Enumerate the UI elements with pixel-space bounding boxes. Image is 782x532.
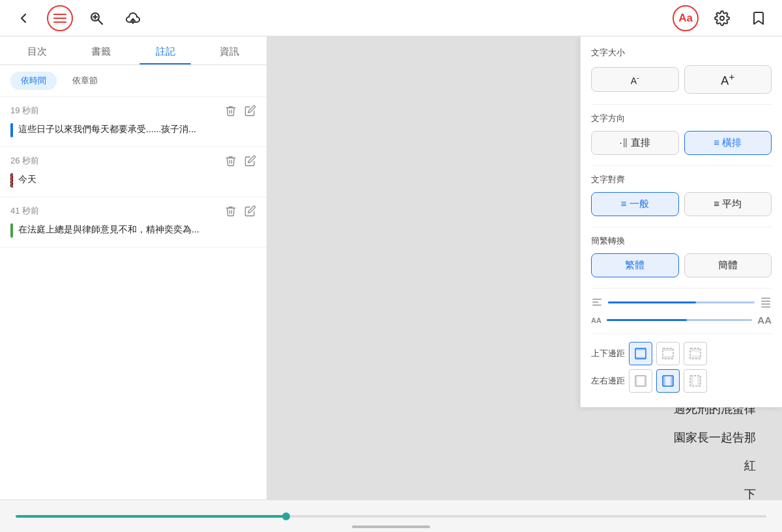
edit-icon[interactable]	[244, 155, 256, 167]
annotation-actions	[225, 155, 256, 167]
annotation-list: 19 秒前 這些日子以來我們每天都要承受......孩子消	[0, 97, 267, 499]
line-spacing-slider[interactable]	[608, 301, 755, 303]
convert-title: 簡繁轉換	[591, 235, 772, 247]
svg-rect-30	[671, 376, 673, 386]
font-settings-button[interactable]: Aa	[673, 5, 699, 31]
horizontal-margin-medium[interactable]	[656, 369, 680, 393]
sidebar: 目次 書籤 註記 資訊 依時間 依章節 19 秒前	[0, 36, 267, 499]
font-increase-button[interactable]: A+	[684, 65, 772, 94]
font-size-slider[interactable]	[607, 319, 752, 321]
vertical-margin-label: 上下邊距	[591, 348, 625, 359]
divider	[591, 227, 772, 227]
direction-horizontal-button[interactable]: ≡ 橫排	[684, 131, 772, 155]
font-size-min-icon: AA	[591, 316, 601, 324]
annotation-meta: 19 秒前	[10, 105, 256, 117]
direction-vertical-button[interactable]: ·‖ 直排	[591, 131, 679, 155]
font-size-title: 文字大小	[591, 47, 772, 59]
line-spacing-max-icon	[760, 296, 772, 308]
convert-row: 繁體 簡體	[591, 253, 772, 277]
annotation-bar	[10, 223, 13, 238]
annotation-time: 19 秒前	[10, 105, 39, 117]
progress-thumb[interactable]	[282, 512, 290, 520]
back-button[interactable]	[10, 5, 36, 31]
direction-section: 文字方向 ·‖ 直排 ≡ 橫排	[591, 113, 772, 155]
book-line: 園家長一起告那	[293, 425, 756, 451]
topbar-left	[10, 5, 146, 31]
annotation-content: 這些日子以來我們每天都要承受......孩子消...	[10, 122, 256, 137]
vertical-margin-small[interactable]	[629, 342, 652, 365]
bottombar	[0, 499, 782, 532]
line-spacing-row	[591, 296, 772, 308]
list-icon-button[interactable]	[47, 5, 73, 31]
annotation-time: 26 秒前	[10, 155, 39, 167]
divider	[591, 165, 772, 166]
svg-rect-20	[663, 348, 673, 351]
svg-rect-21	[663, 356, 673, 359]
tab-toc[interactable]: 目次	[5, 36, 69, 64]
align-normal-button[interactable]: ≡ 一般	[591, 192, 679, 216]
tab-info[interactable]: 資訊	[197, 36, 261, 64]
annotation-item: 41 秒前 在法庭上總是與律師意見不和，精神奕奕為...	[0, 197, 267, 247]
annotation-meta: 41 秒前	[10, 205, 256, 217]
annotation-time: 41 秒前	[10, 205, 39, 217]
align-title: 文字對齊	[591, 174, 772, 186]
edit-icon[interactable]	[244, 105, 256, 117]
font-size-row: A- A+	[591, 65, 772, 94]
filter-by-chapter[interactable]: 依章節	[62, 72, 108, 90]
direction-row: ·‖ 直排 ≡ 橫排	[591, 131, 772, 155]
font-size-slider-row: AA AA	[591, 315, 772, 326]
font-size-max-icon: AA	[757, 315, 772, 326]
bookmark-button[interactable]	[746, 5, 772, 31]
line-spacing-min-icon	[591, 296, 603, 308]
svg-rect-23	[690, 348, 701, 352]
vertical-margin-large[interactable]	[684, 342, 707, 365]
horizontal-margin-large[interactable]	[684, 369, 707, 393]
font-size-section: 文字大小 A- A+	[591, 47, 772, 94]
convert-simplified-button[interactable]: 簡體	[684, 253, 772, 277]
svg-rect-32	[690, 376, 693, 386]
annotation-text: 在法庭上總是與律師意見不和，精神奕奕為...	[18, 222, 199, 236]
annotation-content: 在法庭上總是與律師意見不和，精神奕奕為...	[10, 222, 256, 238]
delete-icon[interactable]	[225, 155, 237, 167]
align-even-button[interactable]: ≡ 平均	[684, 192, 772, 216]
horizontal-margin-row: 左右邊距	[591, 369, 772, 393]
align-row: ≡ 一般 ≡ 平均	[591, 192, 772, 216]
font-icon: Aa	[678, 12, 693, 25]
svg-rect-29	[663, 376, 665, 386]
delete-icon[interactable]	[225, 205, 237, 217]
vertical-margin-row: 上下邊距	[591, 342, 772, 365]
filter-by-time[interactable]: 依時間	[10, 72, 57, 90]
book-line: 下	[293, 482, 756, 499]
svg-rect-18	[635, 357, 646, 359]
svg-line-4	[98, 20, 102, 24]
progress-fill	[16, 515, 286, 518]
cloud-button[interactable]	[120, 5, 146, 31]
topbar: Aa	[0, 0, 782, 36]
direction-title: 文字方向	[591, 113, 772, 124]
annotation-actions	[225, 105, 256, 117]
font-decrease-button[interactable]: A-	[591, 67, 679, 92]
svg-rect-27	[644, 376, 646, 386]
vertical-margin-medium[interactable]	[656, 342, 680, 365]
horizontal-margin-small[interactable]	[629, 369, 652, 393]
search-button[interactable]	[83, 5, 109, 31]
tab-bookmarks[interactable]: 書籤	[69, 36, 133, 64]
annotation-text: 今天	[18, 172, 36, 186]
annotation-bar	[10, 123, 13, 137]
annotation-text: 這些日子以來我們每天都要承受......孩子消...	[18, 122, 196, 136]
svg-point-8	[720, 16, 724, 20]
edit-icon[interactable]	[244, 205, 256, 217]
topbar-right: Aa	[673, 5, 772, 31]
annotation-actions	[225, 205, 256, 217]
progress-track[interactable]	[16, 515, 766, 518]
svg-rect-24	[690, 356, 701, 359]
tab-notes[interactable]: 註記	[134, 36, 197, 64]
book-line: 紅	[293, 453, 756, 479]
divider	[591, 104, 772, 105]
delete-icon[interactable]	[225, 105, 237, 117]
svg-rect-33	[697, 376, 701, 386]
gear-button[interactable]	[709, 5, 735, 31]
annotation-bar	[10, 173, 13, 188]
convert-traditional-button[interactable]: 繁體	[591, 253, 679, 277]
divider	[591, 333, 772, 334]
